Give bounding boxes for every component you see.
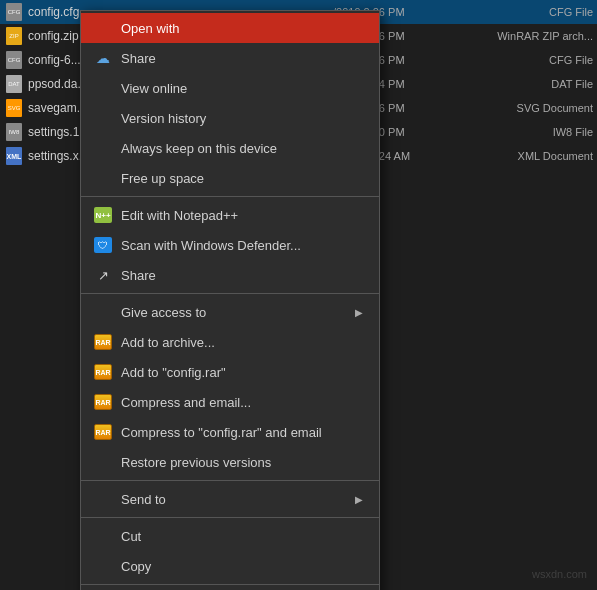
watermark: wsxdn.com	[532, 568, 587, 580]
always-keep-button[interactable]: Always keep on this device	[81, 133, 379, 163]
cut-button[interactable]: Cut	[81, 521, 379, 551]
notepad-icon: N++	[93, 205, 113, 225]
cut-label: Cut	[121, 529, 363, 544]
rar-email2-icon: RAR	[93, 422, 113, 442]
view-online-icon	[93, 78, 113, 98]
share-button[interactable]: ↗ Share	[81, 260, 379, 290]
give-access-icon	[93, 302, 113, 322]
file-type: SVG Document	[473, 102, 593, 114]
cloud-icon: ☁	[93, 48, 113, 68]
submenu-arrow-icon: ▶	[355, 307, 363, 318]
always-keep-icon	[93, 138, 113, 158]
file-type-icon: XML	[4, 148, 24, 164]
share-onedrive-button[interactable]: ☁ Share	[81, 43, 379, 73]
file-type-icon: ZIP	[4, 28, 24, 44]
open-with-button[interactable]: Open with	[81, 13, 379, 43]
share-onedrive-label: Share	[121, 51, 363, 66]
file-type: WinRAR ZIP arch...	[473, 30, 593, 42]
separator-2	[81, 293, 379, 294]
file-type-icon: CFG	[4, 52, 24, 68]
scan-defender-button[interactable]: 🛡 Scan with Windows Defender...	[81, 230, 379, 260]
file-type: IW8 File	[473, 126, 593, 138]
rar-email-icon: RAR	[93, 392, 113, 412]
open-with-label: Open with	[121, 21, 363, 36]
compress-email-label: Compress and email...	[121, 395, 363, 410]
separator-4	[81, 517, 379, 518]
add-to-config-rar-label: Add to "config.rar"	[121, 365, 363, 380]
rar-archive-icon: RAR	[93, 332, 113, 352]
separator-3	[81, 480, 379, 481]
context-menu: Open with ☁ Share View online Version hi…	[80, 10, 380, 590]
file-type-icon: SVG	[4, 100, 24, 116]
send-to-icon	[93, 489, 113, 509]
add-archive-button[interactable]: RAR Add to archive...	[81, 327, 379, 357]
free-up-space-button[interactable]: Free up space	[81, 163, 379, 193]
free-up-space-icon	[93, 168, 113, 188]
file-type: CFG File	[473, 6, 593, 18]
version-history-button[interactable]: Version history	[81, 103, 379, 133]
separator-1	[81, 196, 379, 197]
file-type-icon: DAT	[4, 76, 24, 92]
send-to-label: Send to	[121, 492, 355, 507]
cut-icon	[93, 526, 113, 546]
restore-versions-button[interactable]: Restore previous versions	[81, 447, 379, 477]
share-icon: ↗	[93, 265, 113, 285]
file-type-icon: IW8	[4, 124, 24, 140]
add-archive-label: Add to archive...	[121, 335, 363, 350]
view-online-button[interactable]: View online	[81, 73, 379, 103]
always-keep-label: Always keep on this device	[121, 141, 363, 156]
send-to-button[interactable]: Send to ▶	[81, 484, 379, 514]
give-access-label: Give access to	[121, 305, 355, 320]
defender-icon: 🛡	[93, 235, 113, 255]
edit-notepad-button[interactable]: N++ Edit with Notepad++	[81, 200, 379, 230]
copy-icon	[93, 556, 113, 576]
copy-button[interactable]: Copy	[81, 551, 379, 581]
file-type: DAT File	[473, 78, 593, 90]
compress-email-button[interactable]: RAR Compress and email...	[81, 387, 379, 417]
free-up-space-label: Free up space	[121, 171, 363, 186]
restore-icon	[93, 452, 113, 472]
add-to-config-rar-button[interactable]: RAR Add to "config.rar"	[81, 357, 379, 387]
view-online-label: View online	[121, 81, 363, 96]
file-type: XML Document	[473, 150, 593, 162]
edit-notepad-label: Edit with Notepad++	[121, 208, 363, 223]
version-history-icon	[93, 108, 113, 128]
send-to-arrow-icon: ▶	[355, 494, 363, 505]
rar-icon: RAR	[93, 362, 113, 382]
copy-label: Copy	[121, 559, 363, 574]
compress-to-rar-email-label: Compress to "config.rar" and email	[121, 425, 363, 440]
separator-5	[81, 584, 379, 585]
give-access-button[interactable]: Give access to ▶	[81, 297, 379, 327]
version-history-label: Version history	[121, 111, 363, 126]
share-label: Share	[121, 268, 363, 283]
file-type-icon: CFG	[4, 4, 24, 20]
file-type: CFG File	[473, 54, 593, 66]
open-with-icon	[93, 18, 113, 38]
restore-versions-label: Restore previous versions	[121, 455, 363, 470]
compress-to-rar-email-button[interactable]: RAR Compress to "config.rar" and email	[81, 417, 379, 447]
scan-defender-label: Scan with Windows Defender...	[121, 238, 363, 253]
